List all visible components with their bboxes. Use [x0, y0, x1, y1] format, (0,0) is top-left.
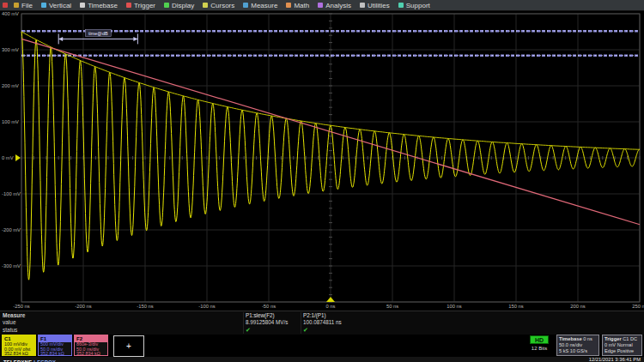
x-axis-label: -150 ns [137, 304, 153, 309]
trigger-icon [126, 3, 131, 8]
x-axis-label: 0 ns [326, 304, 336, 309]
c1-ground-marker[interactable] [15, 154, 21, 161]
trigger-time-marker[interactable] [326, 297, 335, 302]
menu-label: Utilities [368, 2, 390, 9]
menu-analysis[interactable]: Analysis [313, 0, 355, 11]
timebase-summary-box[interactable]: Timebase 0 ns 50.0 ns/div 5 kS 10 GS/s [556, 335, 599, 356]
trigger-mode: Normal [617, 342, 633, 347]
x-axis-label: 250 ns [632, 304, 644, 309]
menu-utilities[interactable]: Utilities [355, 0, 394, 11]
bit-depth-label: 12 Bits [526, 346, 553, 351]
menu-math[interactable]: Math [282, 0, 313, 11]
support-icon [398, 3, 404, 8]
menu-bar: FileVerticalTimebaseTriggerDisplayCursor… [0, 0, 644, 11]
menu-label: File [21, 2, 33, 9]
trigger-summary-box[interactable]: Trigger C1 DC 0 mV Normal Edge Positive [602, 335, 642, 356]
trigger-title: Trigger [605, 336, 622, 341]
measure-name: P1:slew(F2) [246, 312, 300, 319]
y-axis-label: -200 mV [2, 227, 21, 232]
menu-label: Vertical [49, 2, 71, 9]
measure-panel: Measure value status P1:slew(F2)8.991258… [0, 311, 644, 335]
vertical-icon [41, 3, 46, 8]
arrowhead-right [133, 37, 137, 41]
hd-mode-indicator: HD 12 Bits [526, 335, 553, 351]
measure-status-icon: ✔ [303, 327, 357, 334]
y-axis-label: 200 mV [2, 83, 19, 88]
app-icon [3, 3, 8, 8]
menu-label: Display [172, 2, 194, 9]
menu-label: Analysis [325, 2, 351, 9]
x-axis-label: 50 ns [386, 304, 398, 309]
math-icon [286, 3, 291, 8]
x-axis-label: 100 ns [447, 304, 462, 309]
y-axis-label: -100 mV [2, 191, 21, 196]
trigger-type: Edge [605, 348, 616, 353]
trace-setting-line: 352.834 kΩ [75, 352, 107, 357]
trace-descriptor-f2[interactable]: F2860e-3/div50.0 ns/div352.834 kΩ [74, 335, 108, 356]
y-axis-label: 400 mV [2, 11, 19, 16]
waveform-display: time@dB400 mV300 mV200 mV100 mV0 mV-100 … [0, 11, 644, 311]
x-axis-label: -250 ns [13, 304, 29, 309]
scope-svg: time@dB400 mV300 mV200 mV100 mV0 mV-100 … [0, 11, 644, 311]
add-trace-button[interactable]: + [113, 335, 144, 357]
trigger-source: C1 DC [623, 336, 637, 341]
x-axis-label: -50 ns [262, 304, 276, 309]
value-row-label: value [3, 319, 16, 325]
timebase-rate: 10 GS/s [570, 348, 587, 353]
display-icon [164, 3, 169, 8]
menu-label: Timebase [88, 2, 118, 9]
menu-display[interactable]: Display [160, 0, 198, 11]
datetime-label: 12/21/2021 3:36:41 PM [589, 357, 641, 362]
menu-vertical[interactable]: Vertical [37, 0, 76, 11]
measure-value: 100.0874811 ns [303, 319, 357, 327]
measure-value: 8.99125804 MV/s [246, 319, 300, 327]
timebase-icon [80, 3, 85, 8]
menu-trigger[interactable]: Trigger [122, 0, 160, 11]
annotation-label: time@dB [88, 31, 108, 36]
x-axis-label: 200 ns [570, 304, 586, 309]
trigger-level: 0 mV [605, 342, 616, 347]
x-axis-label: -100 ns [198, 304, 215, 309]
menu-support[interactable]: Support [394, 0, 434, 11]
menu-timebase[interactable]: Timebase [76, 0, 122, 11]
menu-label: Support [406, 2, 430, 9]
hd-badge: HD [530, 335, 549, 344]
timebase-samples: 5 kS [559, 348, 568, 353]
x-axis-label: -200 ns [75, 304, 91, 309]
menu-label: Trigger [134, 2, 155, 9]
y-axis-label: 0 mV [2, 155, 14, 160]
measure-column-2[interactable]: P2:1/(P1)100.0874811 ns✔ [301, 312, 357, 334]
measure-name: P2:1/(P1) [303, 312, 357, 319]
measure-row-label: Measure [3, 312, 25, 318]
timebase-title: Timebase [559, 336, 582, 341]
status-row-label: status [3, 327, 17, 333]
y-axis-label: 300 mV [2, 47, 19, 52]
arrowhead-left [58, 37, 63, 41]
measure-icon [243, 3, 248, 8]
file-icon [14, 3, 19, 8]
timebase-offset: 0 ns [583, 336, 592, 341]
cursors-icon [203, 3, 208, 8]
y-axis-label: 100 mV [2, 119, 19, 124]
measure-column-1[interactable]: P1:slew(F2)8.99125804 MV/s✔ [243, 312, 300, 334]
timebase-scale: 50.0 ns/div [559, 342, 597, 348]
menu-label: Math [294, 2, 309, 9]
analysis-icon [318, 3, 323, 8]
menu-cursors[interactable]: Cursors [198, 0, 239, 11]
utilities-icon [360, 3, 365, 8]
measure-status-icon: ✔ [246, 327, 300, 334]
status-bar: TELEDYNELECROY 12/21/2021 3:36:41 PM [0, 357, 644, 362]
menu-label: Cursors [210, 2, 234, 9]
menu-file[interactable]: File [9, 0, 37, 11]
menu-label: Measure [251, 2, 277, 9]
menu-measure[interactable]: Measure [239, 0, 282, 11]
x-axis-label: 150 ns [508, 304, 524, 309]
y-axis-label: -300 mV [2, 263, 21, 268]
trigger-slope: Positive [617, 348, 635, 353]
